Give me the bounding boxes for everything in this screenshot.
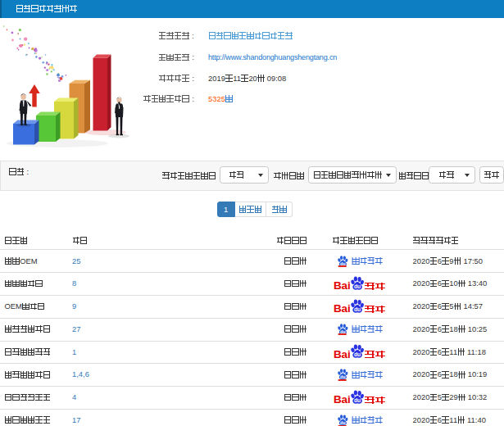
svg-text:du: du: [354, 351, 361, 357]
svg-text:du: du: [340, 329, 345, 333]
svg-text:du: du: [354, 397, 361, 403]
svg-text:du: du: [354, 283, 361, 289]
svg-text:du: du: [354, 306, 361, 311]
svg-text:du: du: [340, 420, 345, 425]
svg-text:du: du: [340, 261, 345, 265]
svg-text:du: du: [340, 374, 345, 379]
